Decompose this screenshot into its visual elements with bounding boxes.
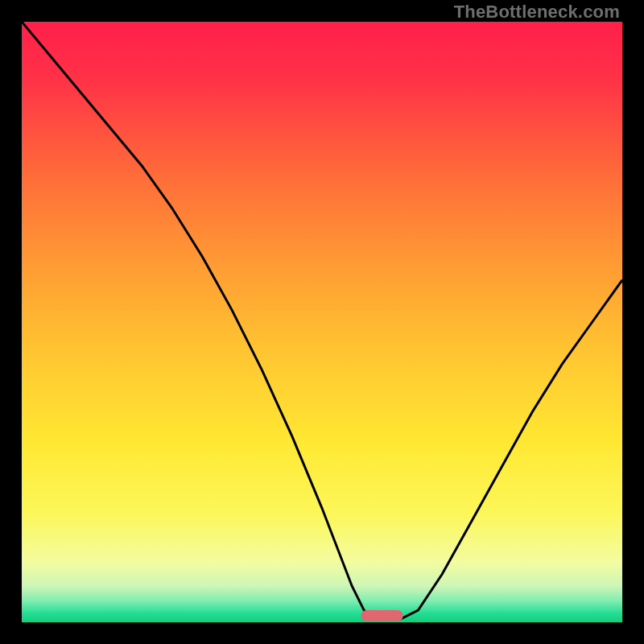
chart-frame <box>22 22 622 622</box>
gradient-background <box>22 22 622 622</box>
bottleneck-chart <box>22 22 622 622</box>
watermark-text: TheBottleneck.com <box>454 2 620 23</box>
optimal-marker <box>361 610 403 621</box>
